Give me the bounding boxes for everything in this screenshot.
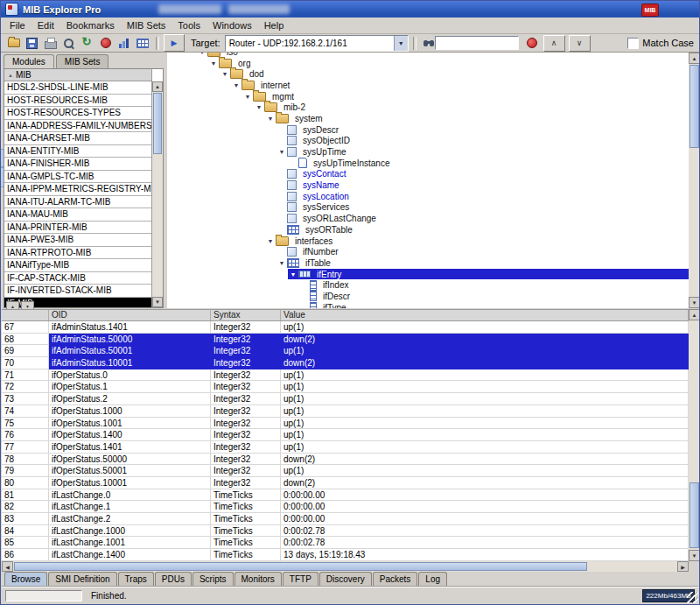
table-row[interactable]: 74ifOperStatus.1000Integer32up(1) [2,405,689,418]
chevron-down-icon[interactable] [394,36,408,51]
table-row[interactable]: 86ifLastChange.1400TimeTicks13 days, 15:… [2,549,689,561]
mib-list-header[interactable]: ▲ MIB [4,69,152,81]
table-row[interactable]: 71ifOperStatus.0Integer32up(1) [2,369,689,382]
target-combobox[interactable]: Router - UDP:192.168.2.1/161 [225,35,409,52]
tab-log[interactable]: Log [418,572,447,586]
list-item[interactable]: HOST-RESOURCES-TYPES [4,107,151,120]
tab-pdus[interactable]: PDUs [155,572,192,586]
tree-node-sysortable[interactable]: sysORTable [167,224,689,236]
list-item[interactable]: IF-CAP-STACK-MIB [4,272,151,285]
table-row[interactable]: 85ifLastChange.1001TimeTicks0:00:02.78 [2,537,689,549]
tree-node-sysobjectid[interactable]: sysObjectID [167,136,689,147]
tree-node-sysuptime[interactable]: sysUpTime [167,146,689,158]
table-row[interactable]: 84ifLastChange.1000TimeTicks0:00:02.78 [2,525,689,538]
table-row[interactable]: 73ifOperStatus.2Integer32up(1) [2,393,689,405]
expand-arrow-icon[interactable] [276,260,287,266]
expand-arrow-icon[interactable] [220,71,230,77]
list-item[interactable]: IANA-MAU-MIB [4,208,151,222]
column-header-syntax[interactable]: Syntax [211,310,281,320]
list-item[interactable]: IANA-RTPROTO-MIB [4,247,151,260]
scroll-up-button[interactable]: ▲ [689,53,700,64]
tree-node-org[interactable]: org [167,58,689,69]
find-next-button[interactable]: ∨ [569,35,591,52]
scrollbar-thumb[interactable] [690,65,699,148]
menu-windows[interactable]: Windows [206,18,258,32]
table-button[interactable] [133,35,151,51]
menu-mib-sets[interactable]: MIB Sets [121,18,172,32]
expand-arrow-icon[interactable] [242,94,253,100]
tree-node-ifdescr[interactable]: ifDescr [167,291,689,302]
table-row[interactable]: 82ifLastChange.1TimeTicks0:00:00.00 [2,501,689,513]
search-input[interactable] [435,36,519,50]
tree-node-iftable[interactable]: ifTable [167,257,689,269]
list-item[interactable]: IF-INVERTED-STACK-MIB [4,285,151,298]
list-item[interactable]: IANA-CHARSET-MIB [4,132,151,145]
column-header-row-number[interactable] [2,310,49,320]
tab-smi-definition[interactable]: SMI Definition [48,572,116,586]
tree-node-iftype[interactable]: ifType [167,302,689,308]
column-header-value[interactable]: Value [281,310,689,320]
list-item[interactable]: HOST-RESOURCES-MIB [4,95,151,108]
list-item[interactable]: IANA-PRINTER-MIB [4,222,151,235]
table-row[interactable]: 75ifOperStatus.1001Integer32up(1) [2,418,689,430]
expand-arrow-icon[interactable] [265,238,276,244]
menu-bookmarks[interactable]: Bookmarks [60,18,121,32]
tree-node-sysname[interactable]: sysName [167,179,689,191]
tab-monitors[interactable]: Monitors [234,572,282,586]
column-header-oid[interactable]: OID [49,310,211,320]
list-item[interactable]: IANA-ADDRESS-FAMILY-NUMBERS-MIB [4,120,151,133]
menu-help[interactable]: Help [258,18,290,32]
expand-arrow-icon[interactable] [208,60,219,67]
title-bar[interactable]: MIB Explorer Pro MIB [1,1,699,18]
tab-mib-sets[interactable]: MIB Sets [56,54,109,68]
expand-arrow-icon[interactable] [276,149,287,155]
table-row[interactable]: 77ifOperStatus.1401Integer32up(1) [2,441,689,454]
list-item[interactable]: IANA-FINISHER-MIB [4,158,151,171]
stop-button[interactable] [96,35,115,51]
open-mib-button[interactable] [4,35,23,51]
table-row[interactable]: 80ifOperStatus.10001Integer32down(2) [2,477,689,489]
tree-node-ifindex[interactable]: ifIndex [167,279,689,291]
scroll-up-button[interactable]: ▲ [689,309,700,320]
list-item[interactable]: IANA-GMPLS-TC-MIB [4,171,151,184]
list-item[interactable]: HDSL2-SHDSL-LINE-MIB [4,81,151,95]
tree-node-sysservices[interactable]: sysServices [167,202,689,214]
expand-arrow-icon[interactable] [254,104,264,110]
table-row[interactable]: 76ifOperStatus.1400Integer32up(1) [2,429,689,441]
chart-button[interactable] [115,35,133,51]
scroll-up-button[interactable]: ▲ [152,81,163,92]
expand-arrow-icon[interactable] [265,116,276,122]
table-row[interactable]: 70ifAdminStatus.10001Integer32down(2) [2,357,689,369]
tree-node-syslocation[interactable]: sysLocation [167,191,689,202]
scrollbar-thumb[interactable] [153,93,162,154]
list-item[interactable]: IANA-ENTITY-MIB [4,145,151,158]
results-table-scrollbar[interactable]: ▲ ▼ [689,309,700,561]
table-row[interactable]: 68ifAdminStatus.50000Integer32down(2) [2,334,689,346]
find-button[interactable] [60,35,78,51]
print-button[interactable] [41,35,60,51]
table-row[interactable]: 83ifLastChange.2TimeTicks0:00:00.00 [2,513,689,525]
record-button[interactable] [524,35,540,51]
tree-node-mgmt[interactable]: mgmt [167,91,689,102]
scroll-right-button[interactable]: ▶ [677,561,689,572]
tab-discovery[interactable]: Discovery [319,572,372,586]
expand-arrow-icon[interactable] [197,53,207,55]
table-row[interactable]: 79ifOperStatus.50001Integer32up(1) [2,465,689,477]
table-row[interactable]: 69ifAdminStatus.50001Integer32up(1) [2,345,689,357]
table-row[interactable]: 67ifAdminStatus.1401Integer32up(1) [2,321,689,334]
list-item[interactable]: IANA-IPPM-METRICS-REGISTRY-MIB [4,183,151,196]
find-previous-button[interactable]: ∧ [543,35,565,52]
match-case-checkbox[interactable] [627,38,639,49]
refresh-button[interactable] [78,35,96,51]
horizontal-scrollbar[interactable]: ◀ ▶ [2,561,689,572]
table-row[interactable]: 78ifOperStatus.50000Integer32down(2) [2,454,689,466]
scrollbar-thumb[interactable] [14,562,587,571]
tab-scripts[interactable]: Scripts [192,572,234,586]
list-item[interactable]: IANAifType-MIB [4,259,151,272]
expand-arrow-icon[interactable] [288,271,298,278]
tree-node-ifentry[interactable]: ifEntry [167,269,689,280]
save-button[interactable] [23,35,41,51]
scroll-down-button[interactable]: ▼ [689,550,700,561]
resize-grip[interactable] [687,592,698,603]
menu-edit[interactable]: Edit [32,18,60,32]
